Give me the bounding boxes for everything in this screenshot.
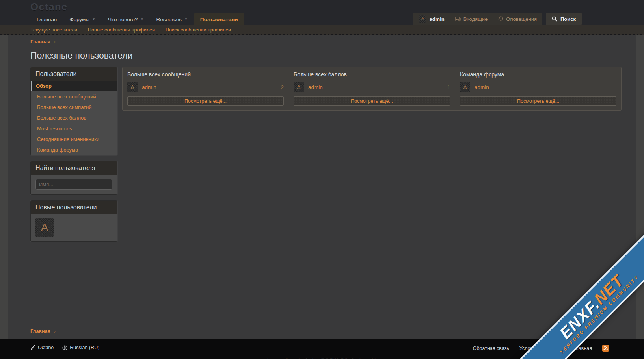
see-more-button[interactable]: Посмотреть ещё... <box>460 96 616 106</box>
bell-icon <box>498 16 503 22</box>
breadcrumb: Главная › <box>30 39 622 44</box>
inbox-button[interactable]: Входящие <box>450 13 493 25</box>
member-name-link[interactable]: admin <box>475 84 489 90</box>
chevron-down-icon: ▼ <box>184 18 188 21</box>
find-member-title: Найти пользователя <box>31 161 117 175</box>
member-avatar[interactable]: A <box>460 82 470 92</box>
alerts-button[interactable]: Оповещения <box>493 13 542 25</box>
member-name-link[interactable]: admin <box>308 84 323 90</box>
breadcrumb-home-link[interactable]: Главная <box>30 39 50 44</box>
style-chooser-button[interactable]: Octane <box>30 345 54 350</box>
column-title: Больше всех сообщений <box>127 71 284 78</box>
users-nav-list: Обзор Больше всех сообщений Больше всех … <box>31 81 117 155</box>
content-layout: Пользователи Обзор Больше всех сообщений… <box>30 67 622 242</box>
language-chooser-button[interactable]: Russian (RU) <box>62 345 99 350</box>
member-count: 1 <box>447 84 450 90</box>
users-block-title: Пользователи <box>31 67 117 81</box>
footer-link-contact[interactable]: Обратная связь <box>473 346 509 351</box>
sidebar-item-staff-members[interactable]: Команда форума <box>31 144 117 155</box>
search-button[interactable]: Поиск <box>546 13 582 25</box>
find-member-block: Найти пользователя <box>30 161 117 195</box>
page-content: Главная › Полезные пользователи Пользова… <box>8 35 636 339</box>
main-nav: Главная Форумы▼ Что нового?▼ Resources▼ … <box>30 13 244 25</box>
chevron-down-icon: ▼ <box>140 18 143 21</box>
new-members-title: Новые пользователи <box>31 201 117 214</box>
nav-tab-resources[interactable]: Resources▼ <box>150 13 194 25</box>
nav-tab-whats-new[interactable]: Что нового?▼ <box>102 13 150 25</box>
site-logo[interactable]: Octane <box>30 1 67 13</box>
conversation-icon <box>455 17 461 22</box>
visitor-tabs: A admin Входящие Оповещения Поиск <box>413 13 582 25</box>
search-icon <box>552 16 557 22</box>
avatar: A <box>419 15 426 23</box>
new-members-block: Новые пользователи A <box>30 200 117 242</box>
chevron-down-icon: ▼ <box>92 18 95 21</box>
header: Octane Главная Форумы▼ Что нового?▼ Reso… <box>0 0 644 35</box>
breadcrumb-home-link[interactable]: Главная <box>30 329 50 334</box>
new-member-avatar[interactable]: A <box>35 218 54 237</box>
column-staff-members: Команда форума A admin Посмотреть ещё... <box>460 71 616 106</box>
column-most-points: Больше всех баллов A admin 1 Посмотреть … <box>294 71 450 106</box>
sidebar-item-most-messages[interactable]: Больше всех сообщений <box>31 91 117 102</box>
breadcrumb-arrow-icon: › <box>54 329 56 334</box>
globe-icon <box>62 345 67 350</box>
bottom-breadcrumb: Главная › <box>30 329 56 334</box>
rss-icon <box>603 346 608 350</box>
member-row: A admin <box>460 82 616 92</box>
notable-members-panel: Больше всех сообщений A admin 2 Посмотре… <box>122 67 622 111</box>
sidebar: Пользователи Обзор Больше всех сообщений… <box>30 67 117 242</box>
subnav-link-current-visitors[interactable]: Текущие посетители <box>30 27 77 33</box>
breadcrumb-arrow-icon: › <box>54 39 56 44</box>
see-more-button[interactable]: Посмотреть ещё... <box>294 96 450 106</box>
sidebar-item-most-likes[interactable]: Больше всех симпатий <box>31 102 117 113</box>
sidebar-item-most-resources[interactable]: Most resources <box>31 123 117 134</box>
nav-tab-members[interactable]: Пользователи <box>194 13 244 25</box>
member-avatar[interactable]: A <box>127 82 138 92</box>
page-title: Полезные пользователи <box>30 50 622 61</box>
account-group: A admin Входящие Оповещения <box>413 13 542 25</box>
column-title: Больше всех баллов <box>294 71 450 78</box>
subnav-link-search-profile-posts[interactable]: Поиск сообщений профилей <box>166 27 231 33</box>
member-avatar[interactable]: A <box>294 82 304 92</box>
sidebar-item-todays-birthdays[interactable]: Сегодняшние именинники <box>31 134 117 144</box>
account-button[interactable]: A admin <box>413 13 449 25</box>
see-more-button[interactable]: Посмотреть ещё... <box>127 96 284 106</box>
column-most-messages: Больше всех сообщений A admin 2 Посмотре… <box>127 71 284 106</box>
rss-button[interactable] <box>602 345 609 352</box>
member-name-link[interactable]: admin <box>142 84 156 90</box>
member-row: A admin 2 <box>127 82 284 92</box>
member-count: 2 <box>281 84 284 90</box>
sidebar-item-most-points[interactable]: Больше всех баллов <box>31 113 117 123</box>
nav-tab-forums[interactable]: Форумы▼ <box>63 13 102 25</box>
paintbrush-icon <box>30 345 35 350</box>
sidebar-item-overview[interactable]: Обзор <box>31 81 117 91</box>
users-nav-block: Пользователи Обзор Больше всех сообщений… <box>30 67 117 155</box>
member-row: A admin 1 <box>294 82 450 92</box>
nav-tab-home[interactable]: Главная <box>30 13 63 25</box>
find-member-input[interactable] <box>35 179 112 190</box>
column-title: Команда форума <box>460 71 616 78</box>
sub-nav: Текущие посетители Новые сообщения профи… <box>0 25 644 35</box>
account-username: admin <box>429 16 444 22</box>
subnav-link-new-profile-posts[interactable]: Новые сообщения профилей <box>88 27 155 33</box>
